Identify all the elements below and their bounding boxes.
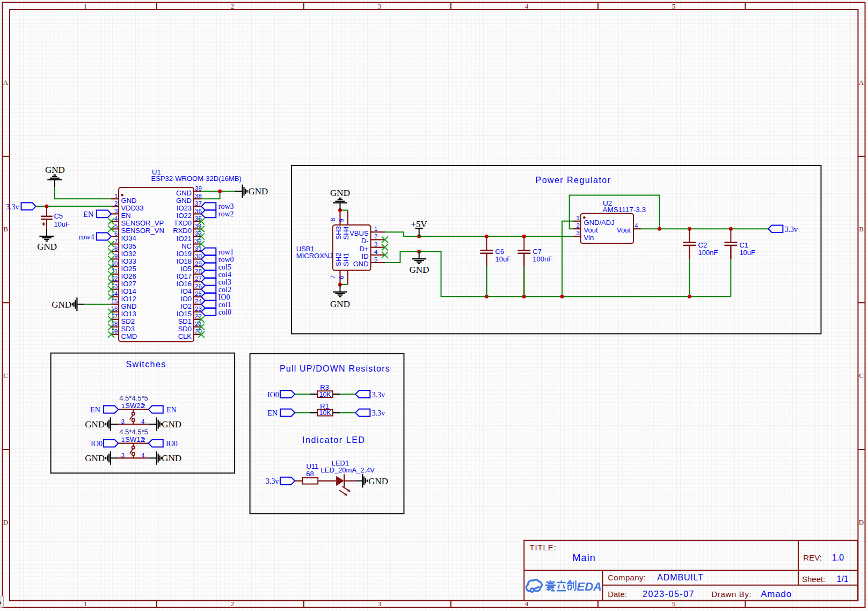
svg-text:GND: GND xyxy=(85,453,105,463)
svg-text:4: 4 xyxy=(634,222,638,229)
svg-text:SD0: SD0 xyxy=(178,325,192,333)
svg-text:1: 1 xyxy=(84,600,87,608)
svg-text:IO5: IO5 xyxy=(180,265,192,273)
svg-text:3.3v: 3.3v xyxy=(372,391,385,399)
svg-text:3.3v: 3.3v xyxy=(6,203,19,211)
svg-text:30: 30 xyxy=(195,253,202,259)
svg-text:IO23: IO23 xyxy=(177,204,192,212)
svg-text:GND: GND xyxy=(85,419,105,430)
svg-text:SD3: SD3 xyxy=(121,325,135,333)
svg-text:IO21: IO21 xyxy=(177,235,192,243)
svg-text:Date:: Date: xyxy=(608,590,627,599)
svg-text:IO33: IO33 xyxy=(121,257,136,265)
svg-text:IO16: IO16 xyxy=(177,280,192,288)
svg-text:D: D xyxy=(859,518,864,526)
svg-text:10K: 10K xyxy=(319,409,331,417)
svg-text:EN: EN xyxy=(83,210,93,219)
svg-text:+5V: +5V xyxy=(411,219,428,229)
svg-text:3.3v: 3.3v xyxy=(372,409,385,417)
svg-text:23: 23 xyxy=(195,306,202,312)
svg-text:SH4: SH4 xyxy=(342,226,350,239)
svg-text:3.3v: 3.3v xyxy=(266,477,279,485)
svg-text:4: 4 xyxy=(141,452,145,459)
svg-text:IO35: IO35 xyxy=(121,242,136,250)
svg-text:CLK: CLK xyxy=(178,332,192,340)
svg-text:IO12: IO12 xyxy=(121,295,136,303)
svg-text:GND: GND xyxy=(176,189,192,197)
svg-text:GND: GND xyxy=(353,260,369,268)
svg-text:C: C xyxy=(3,372,8,380)
svg-text:6: 6 xyxy=(114,230,118,237)
svg-text:SENSOR_VN: SENSOR_VN xyxy=(121,227,164,235)
svg-text:ID: ID xyxy=(362,252,369,260)
svg-text:GND: GND xyxy=(121,197,137,205)
svg-text:Vin: Vin xyxy=(584,234,594,242)
svg-text:ESP32-WROOM-32D(16MB): ESP32-WROOM-32D(16MB) xyxy=(151,174,242,183)
svg-text:row2: row2 xyxy=(218,210,234,218)
svg-text:D+: D+ xyxy=(360,245,369,253)
svg-text:2: 2 xyxy=(114,200,118,207)
svg-text:Company:: Company: xyxy=(608,573,646,582)
svg-text:27: 27 xyxy=(195,275,202,282)
svg-text:26: 26 xyxy=(195,283,202,289)
svg-text:GND: GND xyxy=(162,419,181,430)
svg-text:2: 2 xyxy=(231,2,235,10)
svg-text:Main: Main xyxy=(573,552,596,563)
svg-text:Drawn By:: Drawn By: xyxy=(711,590,752,599)
svg-text:2: 2 xyxy=(577,222,580,229)
svg-text:28: 28 xyxy=(195,268,202,274)
svg-text:R1: R1 xyxy=(320,402,329,410)
svg-text:IO17: IO17 xyxy=(177,272,192,280)
svg-text:5: 5 xyxy=(374,256,377,263)
svg-text:IO32: IO32 xyxy=(121,250,136,258)
svg-text:SH1: SH1 xyxy=(342,253,350,266)
svg-text:row0: row0 xyxy=(218,256,234,264)
svg-text:CMD: CMD xyxy=(121,332,137,340)
svg-text:EN: EN xyxy=(121,212,131,220)
svg-text:IO19: IO19 xyxy=(177,250,192,258)
svg-text:col4: col4 xyxy=(218,271,231,279)
svg-text:3.3v: 3.3v xyxy=(785,226,798,234)
svg-text:6: 6 xyxy=(338,276,345,279)
svg-text:3: 3 xyxy=(114,208,118,214)
svg-text:2023-05-07: 2023-05-07 xyxy=(643,590,695,599)
svg-text:Vout: Vout xyxy=(617,226,631,234)
svg-text:10uF: 10uF xyxy=(739,249,755,257)
svg-text:IO25: IO25 xyxy=(121,265,136,273)
svg-text:GND: GND xyxy=(52,300,71,310)
svg-text:IO18: IO18 xyxy=(177,257,192,265)
svg-text:10K: 10K xyxy=(319,391,331,398)
svg-text:Power Regulator: Power Regulator xyxy=(536,176,611,185)
svg-text:D-: D- xyxy=(361,237,369,245)
svg-text:IO13: IO13 xyxy=(121,310,136,318)
svg-text:37: 37 xyxy=(195,200,202,207)
svg-text:5: 5 xyxy=(672,2,676,10)
svg-text:7: 7 xyxy=(330,275,336,278)
svg-text:3: 3 xyxy=(121,452,125,459)
svg-text:IO2: IO2 xyxy=(180,302,192,310)
svg-text:4: 4 xyxy=(141,418,145,425)
svg-text:SENSOR_VP: SENSOR_VP xyxy=(121,219,164,227)
svg-text:VDD33: VDD33 xyxy=(121,204,144,212)
svg-text:GND: GND xyxy=(162,453,181,463)
svg-text:C: C xyxy=(859,372,864,380)
svg-text:2: 2 xyxy=(142,403,145,409)
svg-text:GND: GND xyxy=(176,197,192,205)
svg-text:SH2: SH2 xyxy=(334,253,342,266)
svg-text:R3: R3 xyxy=(320,383,329,391)
svg-text:3: 3 xyxy=(378,600,382,608)
svg-text:EN: EN xyxy=(90,406,100,414)
svg-text:col3: col3 xyxy=(218,278,231,286)
svg-text:row4: row4 xyxy=(79,233,94,241)
svg-text:SH3: SH3 xyxy=(334,226,342,239)
svg-text:IO34: IO34 xyxy=(121,234,136,242)
svg-text:100nF: 100nF xyxy=(533,255,552,263)
svg-text:col0: col0 xyxy=(218,308,231,316)
svg-text:MICROXNJ: MICROXNJ xyxy=(296,252,333,260)
svg-text:1: 1 xyxy=(121,403,125,409)
svg-text:GND: GND xyxy=(45,165,65,175)
svg-text:3: 3 xyxy=(378,2,382,10)
svg-text:Amado: Amado xyxy=(761,589,792,599)
svg-text:9: 9 xyxy=(338,219,345,222)
svg-text:29: 29 xyxy=(195,260,202,267)
